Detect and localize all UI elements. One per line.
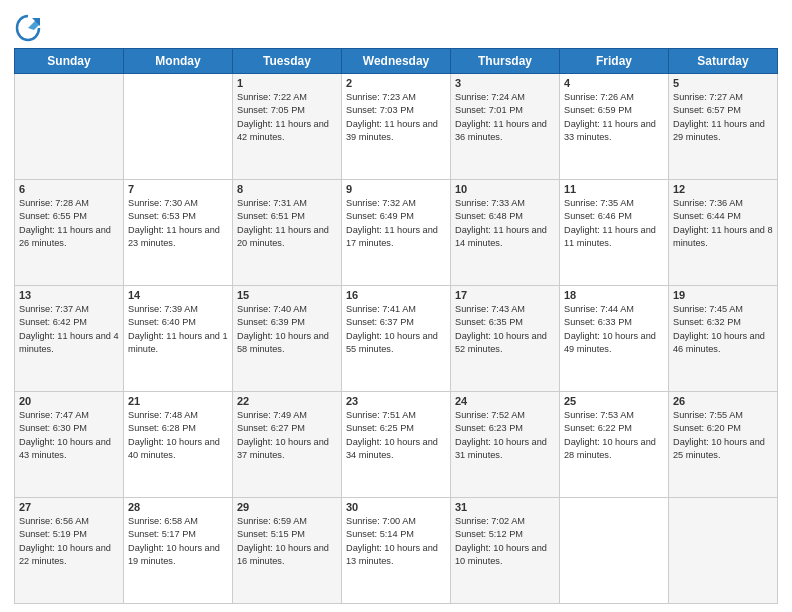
calendar-cell: 8Sunrise: 7:31 AM Sunset: 6:51 PM Daylig… bbox=[233, 180, 342, 286]
cell-data: Sunrise: 7:55 AM Sunset: 6:20 PM Dayligh… bbox=[673, 409, 773, 462]
calendar-cell: 20Sunrise: 7:47 AM Sunset: 6:30 PM Dayli… bbox=[15, 392, 124, 498]
cell-data: Sunrise: 7:31 AM Sunset: 6:51 PM Dayligh… bbox=[237, 197, 337, 250]
day-header-saturday: Saturday bbox=[669, 49, 778, 74]
calendar-cell: 14Sunrise: 7:39 AM Sunset: 6:40 PM Dayli… bbox=[124, 286, 233, 392]
calendar-cell: 27Sunrise: 6:56 AM Sunset: 5:19 PM Dayli… bbox=[15, 498, 124, 604]
day-header-sunday: Sunday bbox=[15, 49, 124, 74]
calendar-cell: 1Sunrise: 7:22 AM Sunset: 7:05 PM Daylig… bbox=[233, 74, 342, 180]
day-number: 10 bbox=[455, 183, 555, 195]
day-number: 20 bbox=[19, 395, 119, 407]
day-number: 28 bbox=[128, 501, 228, 513]
cell-data: Sunrise: 7:37 AM Sunset: 6:42 PM Dayligh… bbox=[19, 303, 119, 356]
cell-data: Sunrise: 7:35 AM Sunset: 6:46 PM Dayligh… bbox=[564, 197, 664, 250]
day-number: 30 bbox=[346, 501, 446, 513]
calendar-table: SundayMondayTuesdayWednesdayThursdayFrid… bbox=[14, 48, 778, 604]
calendar-week-3: 13Sunrise: 7:37 AM Sunset: 6:42 PM Dayli… bbox=[15, 286, 778, 392]
logo bbox=[14, 14, 45, 42]
calendar-cell: 29Sunrise: 6:59 AM Sunset: 5:15 PM Dayli… bbox=[233, 498, 342, 604]
day-number: 17 bbox=[455, 289, 555, 301]
calendar-cell: 11Sunrise: 7:35 AM Sunset: 6:46 PM Dayli… bbox=[560, 180, 669, 286]
day-header-friday: Friday bbox=[560, 49, 669, 74]
day-number: 8 bbox=[237, 183, 337, 195]
day-number: 13 bbox=[19, 289, 119, 301]
calendar-cell bbox=[560, 498, 669, 604]
calendar-cell bbox=[15, 74, 124, 180]
calendar-cell: 19Sunrise: 7:45 AM Sunset: 6:32 PM Dayli… bbox=[669, 286, 778, 392]
cell-data: Sunrise: 7:52 AM Sunset: 6:23 PM Dayligh… bbox=[455, 409, 555, 462]
cell-data: Sunrise: 7:39 AM Sunset: 6:40 PM Dayligh… bbox=[128, 303, 228, 356]
calendar-cell: 16Sunrise: 7:41 AM Sunset: 6:37 PM Dayli… bbox=[342, 286, 451, 392]
day-number: 1 bbox=[237, 77, 337, 89]
day-number: 21 bbox=[128, 395, 228, 407]
day-number: 18 bbox=[564, 289, 664, 301]
header bbox=[14, 10, 778, 42]
calendar-cell: 10Sunrise: 7:33 AM Sunset: 6:48 PM Dayli… bbox=[451, 180, 560, 286]
calendar-week-2: 6Sunrise: 7:28 AM Sunset: 6:55 PM Daylig… bbox=[15, 180, 778, 286]
calendar-cell: 25Sunrise: 7:53 AM Sunset: 6:22 PM Dayli… bbox=[560, 392, 669, 498]
calendar-week-4: 20Sunrise: 7:47 AM Sunset: 6:30 PM Dayli… bbox=[15, 392, 778, 498]
day-number: 23 bbox=[346, 395, 446, 407]
day-number: 26 bbox=[673, 395, 773, 407]
calendar-cell: 31Sunrise: 7:02 AM Sunset: 5:12 PM Dayli… bbox=[451, 498, 560, 604]
calendar-cell: 26Sunrise: 7:55 AM Sunset: 6:20 PM Dayli… bbox=[669, 392, 778, 498]
cell-data: Sunrise: 7:40 AM Sunset: 6:39 PM Dayligh… bbox=[237, 303, 337, 356]
day-number: 7 bbox=[128, 183, 228, 195]
cell-data: Sunrise: 7:24 AM Sunset: 7:01 PM Dayligh… bbox=[455, 91, 555, 144]
day-header-tuesday: Tuesday bbox=[233, 49, 342, 74]
day-number: 27 bbox=[19, 501, 119, 513]
calendar-cell: 21Sunrise: 7:48 AM Sunset: 6:28 PM Dayli… bbox=[124, 392, 233, 498]
cell-data: Sunrise: 7:27 AM Sunset: 6:57 PM Dayligh… bbox=[673, 91, 773, 144]
day-header-wednesday: Wednesday bbox=[342, 49, 451, 74]
cell-data: Sunrise: 7:23 AM Sunset: 7:03 PM Dayligh… bbox=[346, 91, 446, 144]
day-number: 11 bbox=[564, 183, 664, 195]
calendar-cell: 13Sunrise: 7:37 AM Sunset: 6:42 PM Dayli… bbox=[15, 286, 124, 392]
calendar-week-1: 1Sunrise: 7:22 AM Sunset: 7:05 PM Daylig… bbox=[15, 74, 778, 180]
calendar-cell: 17Sunrise: 7:43 AM Sunset: 6:35 PM Dayli… bbox=[451, 286, 560, 392]
day-header-monday: Monday bbox=[124, 49, 233, 74]
page: SundayMondayTuesdayWednesdayThursdayFrid… bbox=[0, 0, 792, 612]
day-number: 31 bbox=[455, 501, 555, 513]
cell-data: Sunrise: 7:45 AM Sunset: 6:32 PM Dayligh… bbox=[673, 303, 773, 356]
day-number: 14 bbox=[128, 289, 228, 301]
calendar-cell: 15Sunrise: 7:40 AM Sunset: 6:39 PM Dayli… bbox=[233, 286, 342, 392]
calendar-cell bbox=[669, 498, 778, 604]
day-number: 2 bbox=[346, 77, 446, 89]
calendar-header-row: SundayMondayTuesdayWednesdayThursdayFrid… bbox=[15, 49, 778, 74]
day-number: 15 bbox=[237, 289, 337, 301]
day-number: 9 bbox=[346, 183, 446, 195]
calendar-cell: 23Sunrise: 7:51 AM Sunset: 6:25 PM Dayli… bbox=[342, 392, 451, 498]
cell-data: Sunrise: 7:02 AM Sunset: 5:12 PM Dayligh… bbox=[455, 515, 555, 568]
calendar-cell: 4Sunrise: 7:26 AM Sunset: 6:59 PM Daylig… bbox=[560, 74, 669, 180]
cell-data: Sunrise: 7:49 AM Sunset: 6:27 PM Dayligh… bbox=[237, 409, 337, 462]
cell-data: Sunrise: 7:26 AM Sunset: 6:59 PM Dayligh… bbox=[564, 91, 664, 144]
cell-data: Sunrise: 6:59 AM Sunset: 5:15 PM Dayligh… bbox=[237, 515, 337, 568]
calendar-cell: 5Sunrise: 7:27 AM Sunset: 6:57 PM Daylig… bbox=[669, 74, 778, 180]
cell-data: Sunrise: 7:22 AM Sunset: 7:05 PM Dayligh… bbox=[237, 91, 337, 144]
cell-data: Sunrise: 7:47 AM Sunset: 6:30 PM Dayligh… bbox=[19, 409, 119, 462]
calendar-cell bbox=[124, 74, 233, 180]
calendar-cell: 24Sunrise: 7:52 AM Sunset: 6:23 PM Dayli… bbox=[451, 392, 560, 498]
calendar-cell: 9Sunrise: 7:32 AM Sunset: 6:49 PM Daylig… bbox=[342, 180, 451, 286]
calendar-week-5: 27Sunrise: 6:56 AM Sunset: 5:19 PM Dayli… bbox=[15, 498, 778, 604]
day-number: 22 bbox=[237, 395, 337, 407]
calendar-cell: 28Sunrise: 6:58 AM Sunset: 5:17 PM Dayli… bbox=[124, 498, 233, 604]
day-number: 16 bbox=[346, 289, 446, 301]
calendar-cell: 22Sunrise: 7:49 AM Sunset: 6:27 PM Dayli… bbox=[233, 392, 342, 498]
cell-data: Sunrise: 7:44 AM Sunset: 6:33 PM Dayligh… bbox=[564, 303, 664, 356]
cell-data: Sunrise: 7:32 AM Sunset: 6:49 PM Dayligh… bbox=[346, 197, 446, 250]
day-number: 3 bbox=[455, 77, 555, 89]
day-number: 4 bbox=[564, 77, 664, 89]
day-number: 6 bbox=[19, 183, 119, 195]
cell-data: Sunrise: 7:43 AM Sunset: 6:35 PM Dayligh… bbox=[455, 303, 555, 356]
cell-data: Sunrise: 7:00 AM Sunset: 5:14 PM Dayligh… bbox=[346, 515, 446, 568]
cell-data: Sunrise: 6:56 AM Sunset: 5:19 PM Dayligh… bbox=[19, 515, 119, 568]
day-number: 12 bbox=[673, 183, 773, 195]
cell-data: Sunrise: 7:53 AM Sunset: 6:22 PM Dayligh… bbox=[564, 409, 664, 462]
calendar-cell: 3Sunrise: 7:24 AM Sunset: 7:01 PM Daylig… bbox=[451, 74, 560, 180]
cell-data: Sunrise: 7:36 AM Sunset: 6:44 PM Dayligh… bbox=[673, 197, 773, 250]
calendar-cell: 6Sunrise: 7:28 AM Sunset: 6:55 PM Daylig… bbox=[15, 180, 124, 286]
day-number: 25 bbox=[564, 395, 664, 407]
cell-data: Sunrise: 6:58 AM Sunset: 5:17 PM Dayligh… bbox=[128, 515, 228, 568]
day-number: 5 bbox=[673, 77, 773, 89]
cell-data: Sunrise: 7:51 AM Sunset: 6:25 PM Dayligh… bbox=[346, 409, 446, 462]
